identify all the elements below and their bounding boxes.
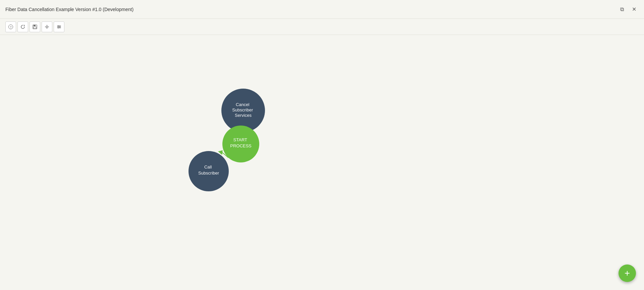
app-title: Fiber Data Cancellation Example Version … xyxy=(5,7,133,12)
canvas-area[interactable]: Cancel Subscriber Services START PROCESS… xyxy=(0,35,644,290)
maximize-button[interactable]: ⧉ xyxy=(617,5,627,14)
start-process-node[interactable]: START PROCESS xyxy=(222,126,259,162)
svg-rect-3 xyxy=(34,25,36,26)
svg-point-11 xyxy=(59,26,60,27)
refresh-button[interactable] xyxy=(17,21,28,32)
save-button[interactable] xyxy=(30,21,40,32)
window-controls: ⧉ ✕ xyxy=(617,5,639,14)
call-subscriber-node[interactable]: Call Subscriber xyxy=(189,151,229,191)
help-button[interactable]: ? xyxy=(5,21,16,32)
svg-point-5 xyxy=(46,26,48,28)
add-button[interactable]: + xyxy=(619,264,636,282)
svg-rect-4 xyxy=(34,27,36,29)
title-bar: Fiber Data Cancellation Example Version … xyxy=(0,0,644,19)
tools-button[interactable] xyxy=(42,21,52,32)
toolbar: ? xyxy=(0,19,644,35)
settings-button[interactable] xyxy=(54,21,64,32)
close-button[interactable]: ✕ xyxy=(629,5,639,14)
svg-text:?: ? xyxy=(10,26,11,29)
diagram-svg: Cancel Subscriber Services START PROCESS… xyxy=(0,35,644,290)
svg-point-10 xyxy=(58,25,59,26)
svg-point-12 xyxy=(58,27,59,28)
